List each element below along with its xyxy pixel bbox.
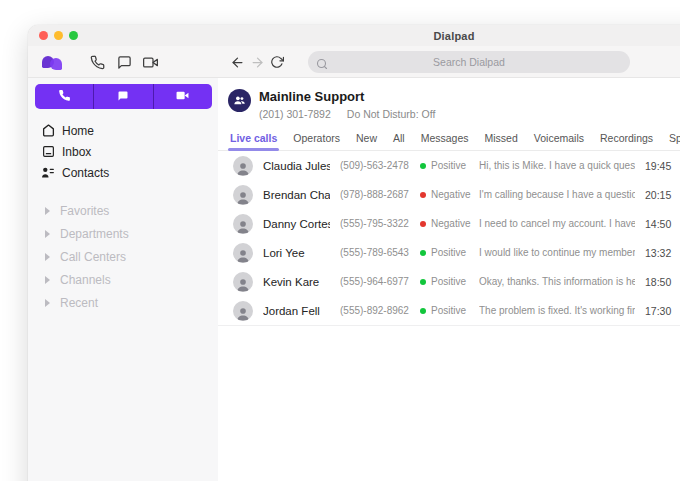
transcript-preview[interactable]: I need to cancel my account. I have... xyxy=(479,218,635,229)
titlebar: Dialpad xyxy=(28,25,680,46)
sidebar-nav: Home Inbox Contacts xyxy=(28,120,218,183)
sidebar-item-home[interactable]: Home xyxy=(28,120,218,141)
chevron-right-icon xyxy=(45,207,50,215)
new-meeting-button[interactable] xyxy=(153,84,212,109)
chat-icon[interactable] xyxy=(117,46,132,78)
transcript-preview[interactable]: Hi, this is Mike. I have a quick questio… xyxy=(479,160,635,171)
channel-header: Mainline Support (201) 301-7892 Do Not D… xyxy=(218,78,680,128)
section-label: Channels xyxy=(60,273,111,287)
main-content: Mainline Support (201) 301-7892 Do Not D… xyxy=(218,78,680,481)
search-placeholder: Search Dialpad xyxy=(308,51,630,73)
app-window: Dialpad Search Dialpad xyxy=(28,25,680,481)
sentiment-label: Negative xyxy=(431,218,470,229)
sidebar-sections: Favorites Departments Call Centers Chann… xyxy=(28,199,218,314)
call-time: 17:30 xyxy=(645,305,669,317)
tab-new[interactable]: New xyxy=(356,128,377,150)
new-message-button[interactable] xyxy=(93,84,152,109)
phone-icon xyxy=(58,88,71,106)
group-icon xyxy=(233,94,246,107)
caller-phone: (555)-892-8962 xyxy=(340,305,410,316)
call-actions-group xyxy=(35,84,212,109)
refresh-icon[interactable] xyxy=(270,46,284,78)
avatar xyxy=(233,214,253,234)
forward-icon[interactable] xyxy=(250,46,265,78)
sidebar-section-departments[interactable]: Departments xyxy=(28,222,218,245)
back-icon[interactable] xyxy=(230,46,245,78)
sidebar-item-inbox[interactable]: Inbox xyxy=(28,141,218,162)
sidebar-section-call-centers[interactable]: Call Centers xyxy=(28,245,218,268)
sidebar-item-contacts[interactable]: Contacts xyxy=(28,162,218,183)
window-title: Dialpad xyxy=(28,25,680,47)
call-time: 18:50 xyxy=(645,276,669,288)
caller-phone: (555)-964-6977 xyxy=(340,276,410,287)
caller-name: Kevin Kare xyxy=(263,276,330,288)
tab-voicemails[interactable]: Voicemails xyxy=(534,128,584,150)
sentiment-label: Positive xyxy=(431,305,466,316)
sentiment-label: Positive xyxy=(431,247,466,258)
call-time: 13:32 xyxy=(645,247,669,259)
section-label: Favorites xyxy=(60,204,109,218)
call-row[interactable]: Kevin Kare (555)-964-6977 Positive Okay,… xyxy=(218,267,680,296)
avatar xyxy=(233,272,253,292)
chevron-right-icon xyxy=(45,276,50,284)
call-time: 19:45 xyxy=(645,160,669,172)
home-icon xyxy=(41,124,55,137)
chevron-right-icon xyxy=(45,230,50,238)
call-row[interactable]: Jordan Fell (555)-892-8962 Positive The … xyxy=(218,296,680,325)
caller-name: Danny Cortes xyxy=(263,218,330,230)
tab-operators[interactable]: Operators xyxy=(293,128,340,150)
search-input[interactable]: Search Dialpad xyxy=(308,51,630,73)
video-icon xyxy=(175,88,190,106)
sentiment-label: Positive xyxy=(431,160,466,171)
tab-live-calls[interactable]: Live calls xyxy=(230,128,277,150)
sentiment-dot xyxy=(420,163,426,169)
sidebar-item-label: Contacts xyxy=(62,166,109,180)
tab-spam[interactable]: Spam xyxy=(669,128,680,150)
page-title: Mainline Support xyxy=(259,89,435,104)
chat-icon xyxy=(117,88,129,106)
tab-all[interactable]: All xyxy=(393,128,405,150)
transcript-preview[interactable]: The problem is fixed. It's working fine.… xyxy=(479,305,635,316)
caller-phone: (555)-795-3322 xyxy=(340,218,410,229)
sentiment-dot xyxy=(420,308,426,314)
section-label: Call Centers xyxy=(60,250,126,264)
call-row[interactable]: Claudia Jules (509)-563-2478 Positive Hi… xyxy=(218,151,680,180)
avatar xyxy=(233,243,253,263)
search-icon xyxy=(316,56,328,74)
tab-messages[interactable]: Messages xyxy=(421,128,469,150)
sentiment-label: Negative xyxy=(431,189,470,200)
sentiment-dot xyxy=(420,279,426,285)
dialpad-logo xyxy=(42,46,66,78)
caller-name: Brendan Chang xyxy=(263,189,330,201)
sidebar-item-label: Inbox xyxy=(62,145,91,159)
caller-name: Lori Yee xyxy=(263,247,330,259)
tab-missed[interactable]: Missed xyxy=(485,128,518,150)
dnd-status[interactable]: Do Not Disturb: Off xyxy=(347,108,436,120)
sentiment-dot xyxy=(420,192,426,198)
call-row[interactable]: Brendan Chang (978)-888-2687 Negative I'… xyxy=(218,180,680,209)
new-call-button[interactable] xyxy=(35,84,93,109)
sentiment-label: Positive xyxy=(431,276,466,287)
transcript-preview[interactable]: I'm calling because I have a question... xyxy=(479,189,635,200)
inbox-icon xyxy=(41,145,55,158)
tab-recordings[interactable]: Recordings xyxy=(600,128,653,150)
avatar xyxy=(233,156,253,176)
phone-icon[interactable] xyxy=(90,46,105,78)
call-time: 14:50 xyxy=(645,218,669,230)
transcript-preview[interactable]: I would like to continue my membership..… xyxy=(479,247,635,258)
transcript-preview[interactable]: Okay, thanks. This information is helpfu… xyxy=(479,276,635,287)
call-row[interactable]: Lori Yee (555)-789-6543 Positive I would… xyxy=(218,238,680,267)
call-row[interactable]: Danny Cortes (555)-795-3322 Negative I n… xyxy=(218,209,680,238)
sentiment-dot xyxy=(420,221,426,227)
caller-phone: (555)-789-6543 xyxy=(340,247,410,258)
video-icon[interactable] xyxy=(142,46,159,78)
sentiment-dot xyxy=(420,250,426,256)
sidebar-section-favorites[interactable]: Favorites xyxy=(28,199,218,222)
contacts-icon xyxy=(41,166,55,179)
sidebar: Home Inbox Contacts xyxy=(28,78,218,481)
sidebar-section-channels[interactable]: Channels xyxy=(28,268,218,291)
sidebar-section-recent[interactable]: Recent xyxy=(28,291,218,314)
section-label: Departments xyxy=(60,227,129,241)
section-label: Recent xyxy=(60,296,98,310)
chevron-right-icon xyxy=(45,299,50,307)
